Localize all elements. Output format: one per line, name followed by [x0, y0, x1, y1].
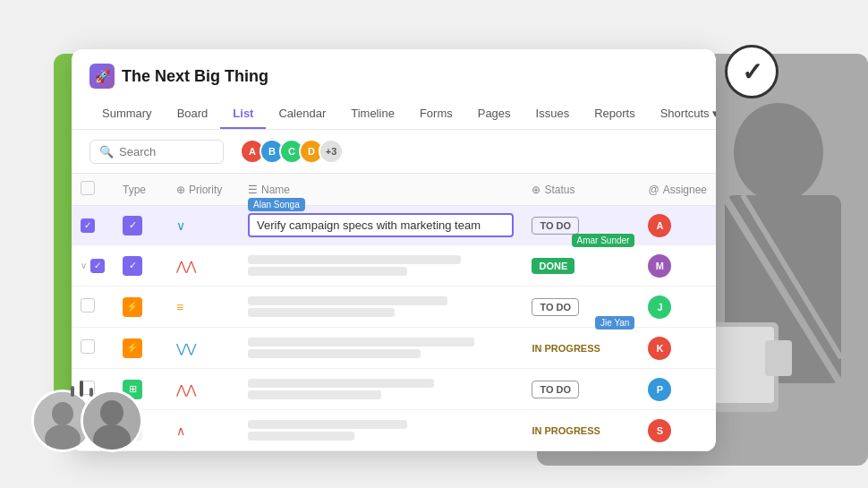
svg-rect-7 [765, 340, 792, 376]
row-assignee: K [639, 328, 716, 369]
assignee-avatar-3: J [648, 295, 671, 319]
status-badge-inprogress[interactable]: IN PROGRESS [532, 343, 600, 354]
select-all-checkbox[interactable] [81, 181, 95, 195]
assignee-avatar-2: M [648, 254, 671, 278]
assignee-avatar-4: K [648, 337, 671, 360]
type-icon-lightning: ⚡ [123, 338, 142, 358]
main-card: 🚀 The Next Big Thing Summary Board List … [72, 49, 716, 451]
row-checkbox[interactable] [72, 287, 114, 328]
search-box[interactable]: 🔍 [89, 140, 224, 164]
type-icon-lightning: ⚡ [123, 297, 142, 317]
svg-point-3 [734, 103, 823, 201]
search-input[interactable] [119, 145, 214, 158]
assignee-avatar-6: S [648, 419, 671, 442]
row-priority: ∨ [167, 206, 239, 245]
priority-icon-down: ∨ [176, 218, 185, 233]
row-assignee: P [639, 369, 716, 410]
name-placeholder [248, 338, 474, 347]
name-placeholder [248, 296, 447, 305]
tab-list[interactable]: List [220, 99, 266, 129]
row-name[interactable] [239, 287, 523, 328]
app-icon: 🚀 [89, 64, 115, 89]
row-4-checkbox[interactable] [81, 339, 95, 354]
row-status[interactable]: IN PROGRESS [523, 410, 639, 451]
row-assignee: A [639, 206, 716, 245]
row-assignee: M [639, 245, 716, 287]
tab-timeline[interactable]: Timeline [338, 99, 407, 129]
row-type: ⚡ [114, 328, 167, 369]
task-name-input[interactable]: Verify campaign specs with marketing tea… [248, 213, 514, 237]
priority-icon-down-double: ⋁⋁ [176, 341, 196, 355]
tab-board[interactable]: Board [165, 99, 221, 129]
status-badge-inprogress[interactable]: IN PROGRESS [532, 425, 600, 436]
row-status[interactable]: Amar Sunder DONE [523, 245, 639, 287]
row-status[interactable]: Jie Yan IN PROGRESS [523, 328, 639, 369]
priority-icon-up-double: ⋀⋀ [176, 382, 196, 397]
table-row: ∨ ✓ ⋀⋀ Amar S [72, 245, 716, 287]
tooltip-alan: Alan Songa [248, 198, 305, 211]
avatars-group: A B C D +3 [240, 139, 344, 164]
col-header-type: Type [114, 174, 167, 206]
row-2-checkbox[interactable] [90, 259, 105, 273]
status-badge-todo[interactable]: TO DO [532, 298, 579, 316]
row-assignee: S [639, 410, 716, 451]
nav-tabs: Summary Board List Calendar Timeline For… [89, 99, 698, 129]
name-placeholder [248, 390, 381, 399]
bottom-avatars [45, 390, 143, 452]
name-placeholder [248, 379, 434, 388]
type-icon-task: ✓ [123, 216, 142, 235]
row-checkbox[interactable] [72, 328, 114, 369]
name-placeholder [248, 255, 461, 264]
row-checkbox[interactable] [72, 206, 114, 245]
row-name[interactable] [239, 245, 523, 287]
col-header-status[interactable]: ⊕ Status [523, 174, 639, 206]
name-placeholder [248, 432, 354, 441]
page-title: The Next Big Thing [122, 67, 268, 86]
search-icon: 🔍 [99, 145, 114, 158]
type-icon-task: ✓ [123, 256, 142, 276]
col-header-assignee[interactable]: @ Assignee [639, 174, 716, 206]
name-placeholder [248, 349, 421, 358]
col-header-priority[interactable]: ⊕ Priority [167, 174, 239, 206]
row-status[interactable]: TO DO [523, 369, 639, 410]
row-priority: ⋀⋀ [167, 369, 239, 410]
row-name[interactable]: Alan Songa Verify campaign specs with ma… [239, 206, 523, 245]
toolbar: 🔍 A B C D +3 [72, 130, 716, 174]
name-placeholder [248, 420, 407, 429]
tab-reports[interactable]: Reports [582, 99, 648, 129]
sound-waves [70, 381, 94, 397]
row-name[interactable] [239, 410, 523, 451]
tooltip-amar: Amar Sunder [572, 234, 635, 247]
bottom-avatar-2 [81, 390, 143, 452]
row-priority: ≡ [167, 287, 239, 328]
expand-icon[interactable]: ∨ [81, 261, 87, 270]
status-badge-todo[interactable]: TO DO [532, 381, 579, 398]
assignee-avatar-1: A [648, 214, 671, 237]
tab-calendar[interactable]: Calendar [266, 99, 338, 129]
row-checkbox[interactable]: ∨ [72, 245, 114, 287]
table-row: ⊞ ⋀⋀ TO DO P [72, 369, 716, 410]
status-badge-done[interactable]: DONE [532, 258, 574, 274]
tab-pages[interactable]: Pages [465, 99, 523, 129]
avatar-count: +3 [319, 139, 344, 164]
tab-forms[interactable]: Forms [407, 99, 465, 129]
row-1-checkbox[interactable] [81, 218, 95, 233]
tab-issues[interactable]: Issues [523, 99, 583, 129]
table-row: > ∧ IN PROGRESS [72, 410, 716, 451]
row-name[interactable] [239, 328, 523, 369]
name-placeholder [248, 308, 395, 317]
row-3-checkbox[interactable] [81, 298, 95, 312]
app-title-row: 🚀 The Next Big Thing [89, 64, 698, 89]
row-type: ✓ [114, 245, 167, 287]
row-priority: ⋁⋁ [167, 328, 239, 369]
row-name[interactable] [239, 369, 523, 410]
priority-icon-equal: ≡ [176, 300, 183, 314]
tab-shortcuts[interactable]: Shortcuts ▾ [648, 99, 716, 129]
tab-summary[interactable]: Summary [89, 99, 165, 129]
priority-icon-up: ⋀⋀ [176, 259, 196, 273]
row-type: ✓ [114, 206, 167, 245]
svg-point-11 [52, 402, 73, 425]
card-header: 🚀 The Next Big Thing Summary Board List … [72, 49, 716, 130]
row-priority: ∧ [167, 410, 239, 451]
status-badge-todo[interactable]: TO DO [532, 217, 579, 235]
